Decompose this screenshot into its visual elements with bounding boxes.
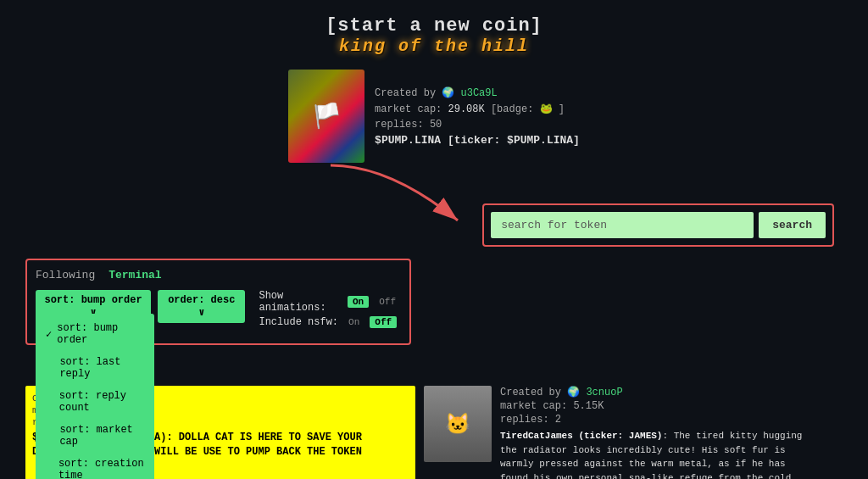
nsfw-label: Include nsfw:	[259, 316, 338, 328]
tab-terminal[interactable]: Terminal	[108, 269, 161, 281]
token-right-avatar-icon: 🌍	[567, 387, 586, 398]
koth-ticker: $PUMP.LINA [ticker: $PUMP.LINA]	[375, 134, 580, 147]
token-right-replies-label: replies:	[500, 414, 549, 426]
terminal-section: Following Terminal sort: bump order ∨ so…	[25, 259, 411, 345]
token-right-description: TiredCatJames (ticker: JAMES): The tired…	[500, 429, 814, 479]
sort-option-2[interactable]: sort: reply count	[36, 385, 154, 419]
token-right-market-label: market cap:	[500, 400, 567, 412]
nsfw-on-toggle[interactable]: On	[343, 316, 364, 328]
token-right-image: 🐱	[424, 386, 492, 462]
token-right-username[interactable]: 3cnuoP	[586, 387, 622, 398]
animations-off-toggle[interactable]: Off	[374, 296, 401, 308]
replies-label: replies:	[375, 119, 424, 131]
page-title: [start a new coin]	[0, 15, 868, 36]
token-right-created-label: Created by	[500, 387, 561, 398]
created-label: Created by	[375, 87, 436, 99]
badge-icon: 🐸	[540, 103, 553, 115]
search-button[interactable]: search	[759, 212, 826, 238]
sort-option-0[interactable]: sort: bump order	[36, 317, 154, 351]
sort-option-1[interactable]: sort: last reply	[36, 351, 154, 385]
koth-info: Created by 🌍 u3Ca9L market cap: 29.08K […	[375, 70, 580, 163]
order-dropdown-btn[interactable]: order: desc ∨	[158, 290, 245, 323]
animations-controls: Show animations: On Off Include nsfw: On…	[259, 290, 401, 328]
token-right-replies-value: 2	[555, 414, 561, 426]
sort-dropdown[interactable]: sort: bump order ∨ sort: bump order sort…	[36, 290, 151, 323]
nsfw-off-toggle[interactable]: Off	[370, 316, 397, 328]
replies-value: 50	[430, 119, 442, 131]
order-dropdown[interactable]: order: desc ∨	[158, 290, 245, 323]
tab-following[interactable]: Following	[36, 269, 95, 281]
market-value: 29.08K	[448, 103, 485, 115]
koth-image: 🏳️	[288, 70, 364, 163]
sort-option-3[interactable]: sort: market cap	[36, 419, 154, 453]
badge-end: ]	[559, 103, 565, 115]
koth-username[interactable]: u3Ca9L	[461, 87, 498, 99]
sort-dropdown-menu: sort: bump order sort: last reply sort: …	[36, 314, 154, 479]
token-right-info: Created by 🌍 3cnuoP market cap: 5.15K re…	[500, 386, 814, 479]
search-section: search	[482, 203, 834, 247]
search-input[interactable]	[491, 212, 754, 238]
token-card-right[interactable]: 🐱 Created by 🌍 3cnuoP market cap: 5.15K …	[424, 386, 814, 479]
badge-label: [badge:	[491, 103, 533, 115]
token-right-market-value: 5.15K	[573, 400, 604, 412]
sort-option-4[interactable]: sort: creation time	[36, 453, 154, 479]
koth-avatar-icon: 🌍	[442, 87, 460, 99]
animations-label: Show animations:	[259, 290, 342, 314]
animations-on-toggle[interactable]: On	[348, 296, 369, 308]
market-label: market cap:	[375, 103, 442, 115]
king-subtitle: king of the hill	[0, 36, 868, 56]
